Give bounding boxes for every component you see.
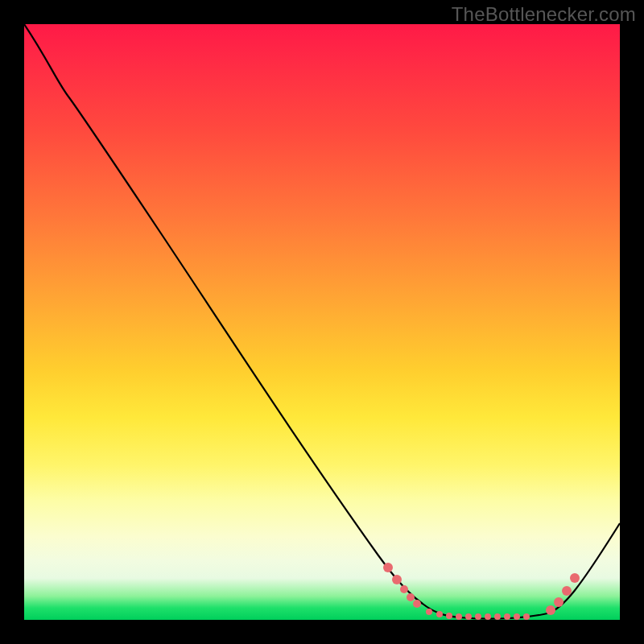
data-point [392, 575, 402, 584]
curve-path [24, 24, 620, 619]
bottleneck-curve [24, 24, 620, 620]
data-point [465, 613, 472, 620]
watermark-text: TheBottlenecker.com [452, 3, 636, 26]
data-point [407, 593, 415, 601]
data-point [546, 605, 555, 615]
data-point [570, 573, 580, 583]
data-points-group [383, 563, 580, 620]
data-point [494, 613, 501, 620]
data-point [485, 613, 491, 620]
data-point [383, 563, 393, 572]
data-point [436, 611, 443, 617]
data-point [504, 613, 510, 620]
plot-area [24, 24, 620, 620]
data-point [426, 609, 432, 615]
data-point [446, 613, 452, 619]
data-point [456, 613, 462, 620]
data-point [400, 585, 408, 593]
data-point [514, 613, 520, 620]
data-point [562, 586, 572, 596]
data-point [475, 613, 481, 620]
data-point [413, 600, 421, 608]
chart-container: TheBottlenecker.com [0, 0, 644, 644]
data-point [554, 597, 564, 607]
data-point [523, 613, 530, 620]
